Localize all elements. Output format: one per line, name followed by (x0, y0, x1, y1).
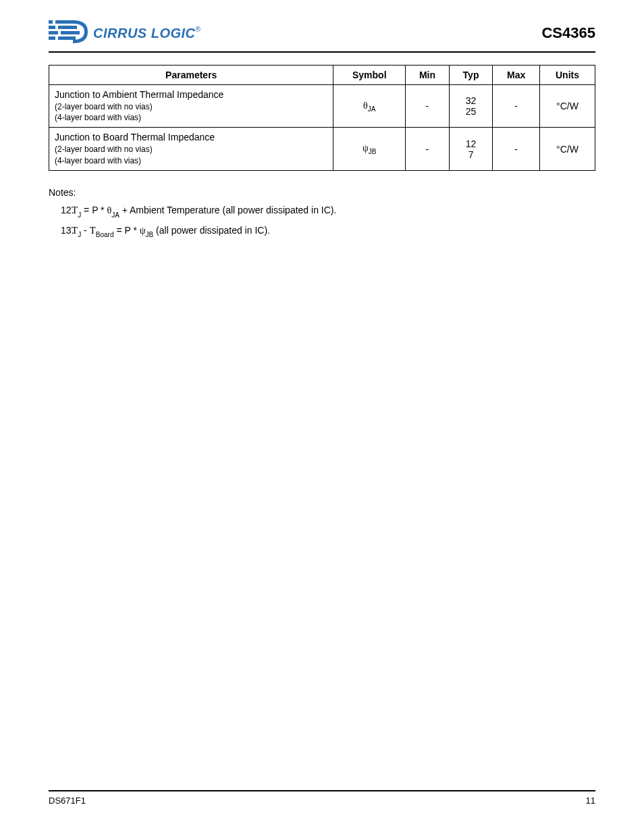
notes-title: Notes: (49, 186, 595, 200)
note-T: T (72, 205, 78, 215)
svg-rect-5 (61, 31, 80, 34)
col-symbol: Symbol (333, 66, 406, 85)
symbol-sub: JA (368, 105, 376, 113)
param-sub: (2-layer board with no vias) (4-layer bo… (55, 144, 327, 165)
param-cell: Junction to Board Thermal Impedance (2-l… (49, 128, 333, 170)
note-body: TJ = P * θJA + Ambient Temperature (all … (72, 203, 595, 219)
svg-rect-2 (49, 26, 55, 29)
logo-text-label: CIRRUS LOGIC (93, 26, 196, 41)
note-mid: = P * (84, 205, 107, 215)
footer-right: 11 (586, 796, 595, 806)
svg-rect-7 (58, 36, 76, 40)
typ-line2: 25 (466, 106, 477, 117)
note-greek-sub: JB (146, 231, 154, 238)
table-header-row: Parameters Symbol Min Typ Max Units (49, 66, 595, 85)
footer-left: DS671F1 (49, 796, 86, 806)
min-cell: - (406, 85, 450, 128)
table-row: Junction to Ambient Thermal Impedance (2… (49, 85, 595, 128)
col-units: Units (539, 66, 595, 85)
param-cell: Junction to Ambient Thermal Impedance (2… (49, 85, 333, 128)
param-main: Junction to Board Thermal Impedance (55, 132, 215, 142)
note-T-sub: J (78, 211, 81, 219)
svg-rect-3 (58, 26, 77, 29)
svg-rect-6 (49, 36, 55, 40)
col-max: Max (493, 66, 540, 85)
note-greek-sub: JA (111, 211, 119, 219)
logo-reg: ® (196, 26, 200, 33)
note-number: 13. (49, 224, 72, 238)
note-eq: = P * (116, 225, 139, 236)
symbol-greek: θ (363, 101, 368, 111)
typ-cell: 12 7 (449, 128, 492, 170)
note-greek: ψ (140, 226, 146, 236)
typ-line2: 7 (468, 149, 474, 160)
note-T2: T (90, 225, 96, 236)
svg-rect-4 (49, 31, 58, 34)
symbol-cell: ψJB (333, 128, 406, 170)
symbol-sub: JB (369, 148, 377, 155)
col-parameters: Parameters (49, 66, 333, 85)
col-min: Min (406, 66, 450, 85)
note-body: TJ - TBoard = P * ψJB (all power dissipa… (72, 223, 595, 239)
note-after: + Ambient Temperature (all power dissipa… (122, 205, 337, 215)
note-mid: - (84, 225, 90, 236)
max-cell: - (493, 128, 540, 170)
typ-line1: 32 (466, 95, 477, 106)
note-T-sub: J (78, 231, 81, 238)
logo: CIRRUS LOGIC® (49, 19, 200, 47)
svg-rect-0 (49, 20, 53, 24)
header-divider (49, 51, 595, 53)
note-number: 12. (49, 203, 72, 217)
param-sub: (2-layer board with no vias) (4-layer bo… (55, 101, 327, 123)
units-cell: °C/W (539, 85, 595, 128)
logo-text: CIRRUS LOGIC® (93, 26, 200, 41)
min-cell: - (406, 128, 450, 170)
symbol-greek: ψ (363, 143, 369, 153)
note-item: 13. TJ - TBoard = P * ψJB (all power dis… (49, 223, 595, 239)
footer: DS671F1 11 (49, 790, 595, 806)
note-after: (all power dissipated in IC). (156, 225, 270, 236)
note-T2-sub: Board (96, 231, 114, 238)
note-item: 12. TJ = P * θJA + Ambient Temperature (… (49, 203, 595, 219)
thermal-table: Parameters Symbol Min Typ Max Units Junc… (49, 65, 595, 171)
notes-block: Notes: 12. TJ = P * θJA + Ambient Temper… (49, 186, 595, 239)
svg-rect-1 (55, 20, 73, 24)
table-row: Junction to Board Thermal Impedance (2-l… (49, 128, 595, 170)
header: CIRRUS LOGIC® CS4365 (49, 19, 595, 47)
col-typ: Typ (449, 66, 492, 85)
symbol-cell: θJA (333, 85, 406, 128)
max-cell: - (493, 85, 540, 128)
logo-icon (49, 19, 89, 47)
param-main: Junction to Ambient Thermal Impedance (55, 89, 223, 100)
typ-cell: 32 25 (449, 85, 492, 128)
units-cell: °C/W (539, 128, 595, 170)
typ-line1: 12 (466, 138, 477, 149)
note-T: T (72, 225, 78, 236)
part-number: CS4365 (541, 24, 595, 42)
